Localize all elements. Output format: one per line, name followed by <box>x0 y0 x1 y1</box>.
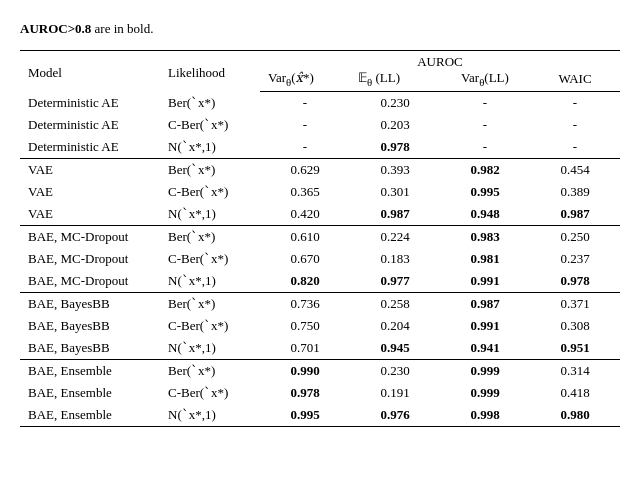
var_xstar-cell: - <box>260 136 350 159</box>
likelihood-cell: C-Ber(ˋx*) <box>160 114 260 136</box>
table-row: VAEC-Ber(ˋx*)0.3650.3010.9950.389 <box>20 181 620 203</box>
table-row: VAEBer(ˋx*)0.6290.3930.9820.454 <box>20 158 620 181</box>
e_ll-cell: 0.976 <box>350 404 440 427</box>
var_ll-cell: 0.999 <box>440 382 530 404</box>
waic-cell: 0.980 <box>530 404 620 427</box>
likelihood-cell: Ber(ˋx*) <box>160 359 260 382</box>
waic-cell: 0.978 <box>530 270 620 293</box>
e_ll-cell: 0.203 <box>350 114 440 136</box>
model-cell: BAE, BayesBB <box>20 292 160 315</box>
e_ll-cell: 0.978 <box>350 136 440 159</box>
model-cell: Deterministic AE <box>20 114 160 136</box>
likelihood-cell: N(ˋx*,1) <box>160 337 260 360</box>
e_ll-cell: 0.183 <box>350 248 440 270</box>
table-row: Deterministic AEBer(ˋx*)-0.230-- <box>20 91 620 114</box>
likelihood-cell: Ber(ˋx*) <box>160 292 260 315</box>
waic-cell: - <box>530 136 620 159</box>
waic-cell: - <box>530 91 620 114</box>
likelihood-cell: C-Ber(ˋx*) <box>160 315 260 337</box>
var_xstar-cell: 0.736 <box>260 292 350 315</box>
likelihood-cell: C-Ber(ˋx*) <box>160 382 260 404</box>
likelihood-cell: C-Ber(ˋx*) <box>160 248 260 270</box>
model-cell: BAE, BayesBB <box>20 337 160 360</box>
e_ll-cell: 0.977 <box>350 270 440 293</box>
table-row: BAE, MC-DropoutBer(ˋx*)0.6100.2240.9830.… <box>20 225 620 248</box>
model-cell: BAE, Ensemble <box>20 359 160 382</box>
table-row: BAE, BayesBBC-Ber(ˋx*)0.7500.2040.9910.3… <box>20 315 620 337</box>
var_ll-cell: 0.991 <box>440 315 530 337</box>
likelihood-cell: N(ˋx*,1) <box>160 136 260 159</box>
waic-cell: 0.250 <box>530 225 620 248</box>
var_xstar-cell: - <box>260 114 350 136</box>
waic-cell: 0.951 <box>530 337 620 360</box>
var_ll-cell: - <box>440 91 530 114</box>
var_xstar-cell: 0.629 <box>260 158 350 181</box>
var_ll-cell: 0.998 <box>440 404 530 427</box>
caption: AUROC>0.8 are in bold. <box>20 20 620 38</box>
e_ll-cell: 0.258 <box>350 292 440 315</box>
var_xstar-cell: 0.820 <box>260 270 350 293</box>
model-cell: BAE, MC-Dropout <box>20 248 160 270</box>
table-body: Deterministic AEBer(ˋx*)-0.230--Determin… <box>20 91 620 426</box>
waic-cell: 0.987 <box>530 203 620 226</box>
var_xstar-cell: 0.978 <box>260 382 350 404</box>
var_ll-cell: - <box>440 114 530 136</box>
e_ll-cell: 0.224 <box>350 225 440 248</box>
var_ll-cell: 0.948 <box>440 203 530 226</box>
var_ll-cell: 0.999 <box>440 359 530 382</box>
waic-cell: 0.418 <box>530 382 620 404</box>
model-cell: Deterministic AE <box>20 91 160 114</box>
model-cell: VAE <box>20 181 160 203</box>
table-row: BAE, BayesBBBer(ˋx*)0.7360.2580.9870.371 <box>20 292 620 315</box>
table-row: BAE, BayesBBN(ˋx*,1)0.7010.9450.9410.951 <box>20 337 620 360</box>
e_ll-cell: 0.204 <box>350 315 440 337</box>
var_ll-cell: 0.995 <box>440 181 530 203</box>
table-row: Deterministic AEC-Ber(ˋx*)-0.203-- <box>20 114 620 136</box>
var_xstar-cell: 0.995 <box>260 404 350 427</box>
likelihood-cell: N(ˋx*,1) <box>160 404 260 427</box>
caption-bold: AUROC>0.8 <box>20 21 91 36</box>
waic-cell: 0.308 <box>530 315 620 337</box>
likelihood-cell: C-Ber(ˋx*) <box>160 181 260 203</box>
var-xstar-header: Varθ(x̂*) <box>260 70 350 91</box>
table-row: Deterministic AEN(ˋx*,1)-0.978-- <box>20 136 620 159</box>
var_ll-cell: 0.981 <box>440 248 530 270</box>
waic-cell: - <box>530 114 620 136</box>
model-header: Model <box>20 51 160 92</box>
var-ll-header: Varθ(LL) <box>440 70 530 91</box>
model-cell: Deterministic AE <box>20 136 160 159</box>
var_ll-cell: 0.991 <box>440 270 530 293</box>
e_ll-cell: 0.393 <box>350 158 440 181</box>
var_xstar-cell: 0.610 <box>260 225 350 248</box>
model-cell: BAE, BayesBB <box>20 315 160 337</box>
auroc-group-header: AUROC <box>260 51 620 71</box>
var_xstar-cell: 0.670 <box>260 248 350 270</box>
table-header-row-1: Model Likelihood AUROC <box>20 51 620 71</box>
results-table: Model Likelihood AUROC Varθ(x̂*) 𝔼θ (LL)… <box>20 50 620 427</box>
table-row: VAEN(ˋx*,1)0.4200.9870.9480.987 <box>20 203 620 226</box>
caption-text: are in bold. <box>95 21 154 36</box>
likelihood-cell: Ber(ˋx*) <box>160 91 260 114</box>
table-row: BAE, EnsembleC-Ber(ˋx*)0.9780.1910.9990.… <box>20 382 620 404</box>
var_xstar-cell: 0.990 <box>260 359 350 382</box>
var_xstar-cell: 0.750 <box>260 315 350 337</box>
table-row: BAE, MC-DropoutN(ˋx*,1)0.8200.9770.9910.… <box>20 270 620 293</box>
var_xstar-cell: 0.701 <box>260 337 350 360</box>
likelihood-header: Likelihood <box>160 51 260 92</box>
waic-cell: 0.454 <box>530 158 620 181</box>
waic-cell: 0.237 <box>530 248 620 270</box>
e_ll-cell: 0.230 <box>350 359 440 382</box>
var_ll-cell: - <box>440 136 530 159</box>
waic-cell: 0.314 <box>530 359 620 382</box>
table-row: BAE, EnsembleN(ˋx*,1)0.9950.9760.9980.98… <box>20 404 620 427</box>
var_xstar-cell: 0.365 <box>260 181 350 203</box>
var_ll-cell: 0.987 <box>440 292 530 315</box>
var_ll-cell: 0.982 <box>440 158 530 181</box>
table-row: BAE, EnsembleBer(ˋx*)0.9900.2300.9990.31… <box>20 359 620 382</box>
e_ll-cell: 0.230 <box>350 91 440 114</box>
model-cell: VAE <box>20 203 160 226</box>
model-cell: BAE, Ensemble <box>20 404 160 427</box>
table-row: BAE, MC-DropoutC-Ber(ˋx*)0.6700.1830.981… <box>20 248 620 270</box>
likelihood-cell: Ber(ˋx*) <box>160 158 260 181</box>
e_ll-cell: 0.987 <box>350 203 440 226</box>
